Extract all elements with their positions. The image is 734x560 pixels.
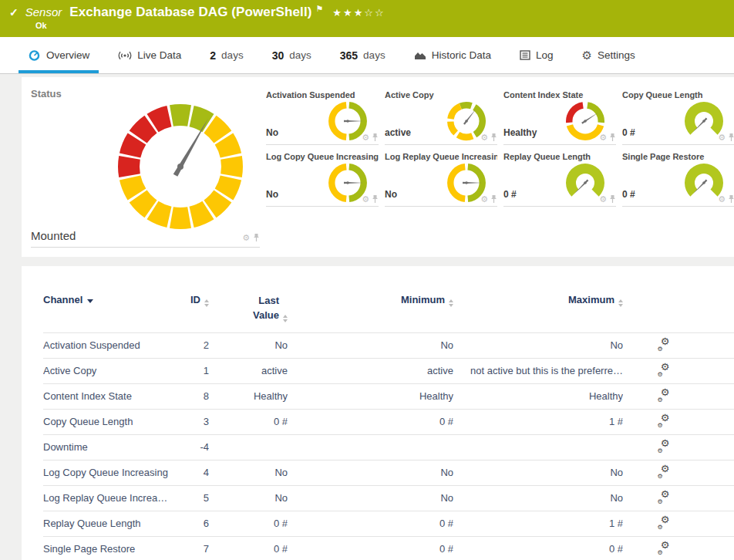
ok-check-icon: ✓ bbox=[9, 6, 19, 19]
channel-minimum: 0 # bbox=[288, 518, 453, 529]
tab-bar: OverviewLive Data2days30days365daysHisto… bbox=[0, 37, 734, 74]
gauge-icon bbox=[28, 49, 41, 61]
channel-maximum: Healthy bbox=[453, 390, 623, 402]
channel-gauge-title: Active Copy bbox=[385, 83, 497, 100]
channel-gauge-replay-queue-length: Replay Queue Length0 #⚙ bbox=[503, 145, 616, 207]
gear-icon[interactable]: ⚙ bbox=[242, 234, 250, 242]
pin-icon[interactable] bbox=[728, 194, 734, 204]
gear-icon: ⚙ bbox=[661, 489, 670, 499]
tab-365-days[interactable]: 365days bbox=[340, 37, 386, 73]
pin-icon[interactable] bbox=[490, 194, 497, 204]
column-header-min[interactable]: Minimum bbox=[288, 294, 453, 307]
channel-settings-button[interactable]: ⚙⚙ bbox=[657, 339, 671, 352]
channel-settings-button[interactable]: ⚙⚙ bbox=[657, 467, 671, 479]
channel-gauge-activation-suspended: Activation SuspendedNo⚙ bbox=[266, 83, 379, 145]
channel-id: 7 bbox=[168, 543, 209, 555]
channel-settings-cell: ⚙⚙ bbox=[623, 339, 704, 352]
log-icon bbox=[520, 50, 530, 60]
channel-gauge-title: Log Replay Queue Increasing bbox=[385, 145, 497, 161]
channel-maximum: not active but this is the preferre… bbox=[453, 365, 623, 376]
column-header-label: Minimum bbox=[401, 294, 445, 305]
channel-settings-button[interactable]: ⚙⚙ bbox=[657, 441, 671, 454]
channel-settings-button[interactable]: ⚙⚙ bbox=[657, 543, 671, 555]
pin-icon[interactable] bbox=[372, 133, 379, 142]
channel-row-single-page-restore: Single Page Restore70 #0 #0 #⚙⚙ bbox=[43, 537, 734, 560]
channel-gauge-value: 0 # bbox=[503, 189, 517, 200]
gear-icon[interactable]: ⚙ bbox=[599, 195, 607, 204]
gear-icon: ⚙ bbox=[658, 499, 663, 505]
pin-icon[interactable] bbox=[609, 133, 616, 142]
channel-id: 5 bbox=[168, 492, 209, 504]
channel-id: 3 bbox=[168, 416, 209, 427]
channel-maximum: 1 # bbox=[453, 518, 623, 529]
gear-icon[interactable]: ⚙ bbox=[599, 133, 607, 142]
channel-gauge-title: Log Copy Queue Increasing bbox=[266, 145, 379, 161]
tab-historic-data[interactable]: Historic Data bbox=[414, 37, 491, 73]
sensor-status-badge: Ok bbox=[35, 21, 47, 30]
pin-icon[interactable] bbox=[490, 133, 497, 142]
gear-icon[interactable]: ⚙ bbox=[718, 133, 726, 142]
channel-settings-button[interactable]: ⚙⚙ bbox=[657, 492, 671, 504]
object-kind-label: Sensor bbox=[25, 5, 62, 19]
channel-id: 6 bbox=[168, 518, 209, 529]
channel-minimum: 0 # bbox=[288, 416, 453, 427]
channel-minimum: active bbox=[288, 365, 453, 376]
pin-icon[interactable] bbox=[728, 133, 734, 142]
channel-gauge-actions: ⚙ bbox=[599, 194, 616, 204]
tab-log[interactable]: Log bbox=[520, 37, 554, 73]
tab-label: days bbox=[221, 49, 244, 61]
tab-30-days[interactable]: 30days bbox=[272, 37, 311, 73]
channel-settings-button[interactable]: ⚙⚙ bbox=[657, 365, 671, 377]
gear-icon[interactable]: ⚙ bbox=[362, 133, 369, 142]
pin-icon[interactable] bbox=[253, 233, 260, 242]
pin-icon[interactable] bbox=[609, 194, 616, 204]
channel-gauge-title: Activation Suspended bbox=[266, 83, 379, 100]
channel-gauge-value: No bbox=[266, 189, 278, 200]
channel-gauge-copy-queue-length: Copy Queue Length0 #⚙ bbox=[622, 83, 734, 145]
gear-icon: ⚙ bbox=[658, 397, 663, 403]
priority-flag-icon[interactable]: ⚑ bbox=[315, 4, 323, 14]
status-gauge-title: Status bbox=[31, 88, 62, 100]
channel-name: Log Copy Queue Increasing bbox=[43, 467, 168, 478]
column-header-channel[interactable]: Channel bbox=[43, 294, 168, 305]
gear-icon[interactable]: ⚙ bbox=[480, 195, 488, 204]
gear-icon[interactable]: ⚙ bbox=[362, 195, 369, 204]
channel-last-value: Healthy bbox=[209, 390, 288, 402]
priority-stars[interactable]: ★★★☆☆ bbox=[332, 7, 385, 19]
status-gauge-value-row: Mounted ⚙ bbox=[31, 229, 260, 248]
channel-name: Copy Queue Length bbox=[43, 416, 168, 427]
tab-label: Live Data bbox=[137, 49, 181, 61]
live-icon bbox=[118, 50, 132, 61]
gear-icon[interactable]: ⚙ bbox=[480, 133, 488, 142]
tab-live-data[interactable]: Live Data bbox=[118, 37, 181, 73]
channel-gauge-single-page-restore: Single Page Restore0 #⚙ bbox=[622, 145, 734, 207]
channel-gauge-title: Copy Queue Length bbox=[622, 83, 734, 100]
channel-settings-button[interactable]: ⚙⚙ bbox=[657, 518, 671, 530]
pin-icon[interactable] bbox=[372, 194, 379, 204]
sensor-title-row: ✓ Sensor Exchange Database DAG (PowerShe… bbox=[0, 0, 734, 20]
channel-row-content-index-state: Content Index State8HealthyHealthyHealth… bbox=[43, 384, 734, 410]
tab-settings[interactable]: ⚙Settings bbox=[581, 37, 635, 73]
gear-icon[interactable]: ⚙ bbox=[718, 195, 726, 204]
column-header-last[interactable]: Last Value bbox=[209, 294, 288, 323]
channel-row-activation-suspended: Activation Suspended2NoNoNo⚙⚙ bbox=[43, 333, 734, 359]
tab-number: 365 bbox=[340, 49, 358, 62]
tab-overview[interactable]: Overview bbox=[28, 37, 89, 73]
sensor-title: Exchange Database DAG (PowerShell) bbox=[69, 5, 311, 20]
sort-caret-icon bbox=[87, 299, 93, 303]
channel-gauge-value: Healthy bbox=[503, 127, 537, 138]
gear-icon: ⚙ bbox=[658, 448, 663, 454]
gear-icon: ⚙ bbox=[661, 387, 670, 397]
channel-maximum: No bbox=[453, 467, 623, 478]
channel-settings-cell: ⚙⚙ bbox=[623, 390, 704, 403]
column-header-id[interactable]: ID bbox=[168, 294, 209, 307]
channel-gauge-actions: ⚙ bbox=[718, 133, 734, 142]
tab-2-days[interactable]: 2days bbox=[210, 37, 243, 73]
status-gauge bbox=[115, 101, 246, 232]
column-header-max[interactable]: Maximum bbox=[453, 294, 623, 307]
channel-settings-button[interactable]: ⚙⚙ bbox=[657, 416, 671, 428]
channel-row-downtime: Downtime-4⚙⚙ bbox=[43, 435, 734, 460]
channel-name: Activation Suspended bbox=[43, 339, 168, 351]
channel-gauge-value: No bbox=[266, 127, 278, 138]
channel-settings-button[interactable]: ⚙⚙ bbox=[657, 390, 671, 403]
